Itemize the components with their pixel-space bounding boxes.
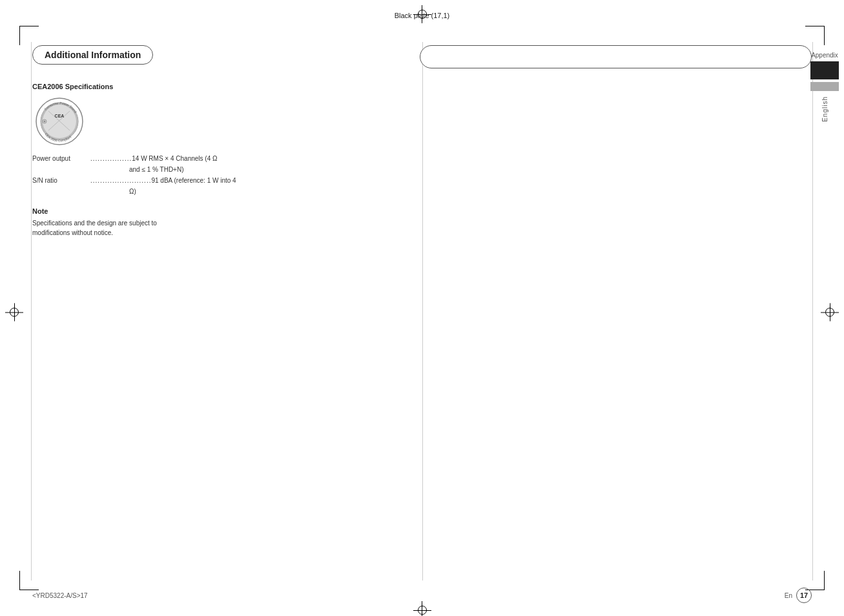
- spec-value-sn2: Ω): [129, 186, 407, 197]
- appendix-black-block: [810, 61, 839, 79]
- appendix-gray-block: [810, 82, 839, 91]
- left-border: [31, 42, 32, 580]
- spec-row-sn2: Ω): [32, 186, 407, 197]
- spec-dots-sn: .........................: [90, 175, 151, 186]
- footer-right: En 17: [785, 588, 812, 603]
- spec-value-power: 14 W RMS × 4 Channels (4 Ω: [132, 153, 407, 164]
- cea-title: CEA2006 Specifications: [32, 83, 407, 90]
- spec-value-sn: 91 dBA (reference: 1 W into 4: [151, 175, 407, 186]
- main-content: Additional Information CEA2006 Specifica…: [32, 45, 812, 577]
- spec-row-power: Power output ................. 14 W RMS …: [32, 153, 407, 164]
- footer-code: <YRD5322-A/S>17: [32, 592, 88, 599]
- spec-label-power: Power output: [32, 153, 90, 164]
- english-label: English: [821, 96, 829, 122]
- spec-value-power2: and ≤ 1 % THD+N): [129, 164, 407, 175]
- right-border: [812, 42, 813, 580]
- spec-dots-power: .................: [90, 153, 132, 164]
- note-text: Specifications and the design are subjec…: [32, 218, 407, 238]
- cea-logo: CEA Consumer Power Standard CEA-2006 Com…: [32, 97, 87, 145]
- svg-point-7: [44, 121, 46, 123]
- crosshair-right: [821, 303, 839, 313]
- page-title: Black plate (17,1): [395, 12, 450, 19]
- page-header: Black plate (17,1): [0, 12, 844, 19]
- corner-mark-tr: [805, 26, 825, 45]
- spec-table: Power output ................. 14 W RMS …: [32, 153, 407, 197]
- right-section-header: [420, 45, 812, 68]
- crosshair-left: [5, 303, 23, 313]
- page-number: 17: [796, 588, 812, 603]
- left-column: Additional Information CEA2006 Specifica…: [32, 45, 407, 238]
- section-header: Additional Information: [32, 45, 153, 65]
- spec-label-sn: S/N ratio: [32, 175, 90, 186]
- page-footer: <YRD5322-A/S>17 En 17: [0, 588, 844, 603]
- spec-row-power2: and ≤ 1 % THD+N): [32, 164, 407, 175]
- footer-lang: En: [785, 592, 792, 599]
- note-title: Note: [32, 207, 407, 215]
- appendix-label: Appendix: [811, 52, 838, 59]
- corner-mark-tl: [19, 26, 39, 45]
- spec-row-sn: S/N ratio ......................... 91 d…: [32, 175, 407, 186]
- cea-section: CEA2006 Specifications CEA: [32, 83, 407, 238]
